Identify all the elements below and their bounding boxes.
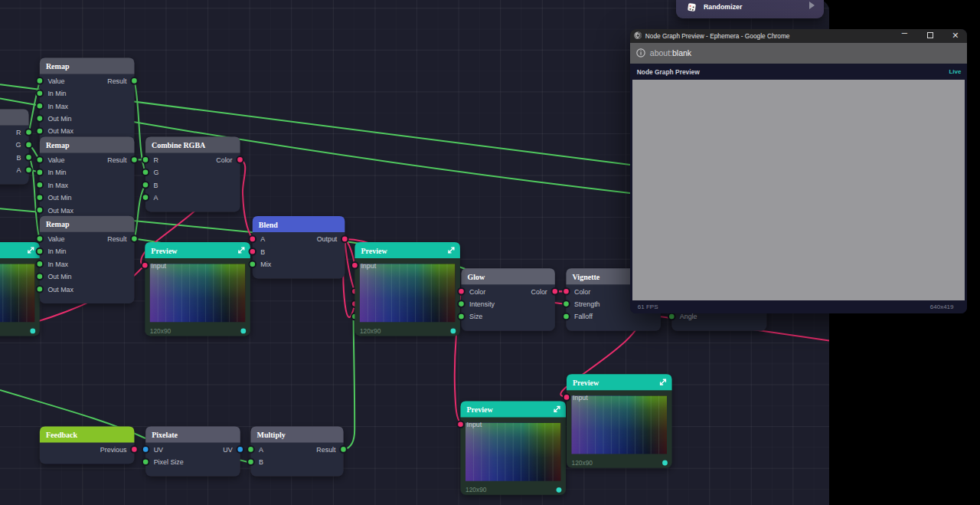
- svg-text:Value: Value: [47, 77, 64, 85]
- svg-text:In Min: In Min: [47, 90, 66, 97]
- svg-text:Value: Value: [47, 235, 64, 243]
- svg-text:Falloff: Falloff: [574, 313, 593, 320]
- svg-text:Size: Size: [469, 313, 482, 320]
- svg-text:Feedback: Feedback: [46, 431, 78, 439]
- svg-text:B: B: [17, 154, 21, 162]
- svg-text:Vignette: Vignette: [573, 273, 600, 281]
- svg-text:Result: Result: [107, 156, 127, 164]
- svg-text:120x90: 120x90: [466, 486, 487, 494]
- svg-text:A: A: [259, 446, 263, 454]
- svg-text:Out Min: Out Min: [47, 115, 71, 123]
- svg-text:Result: Result: [316, 446, 336, 454]
- svg-text:R: R: [16, 129, 21, 136]
- svg-text:Preview: Preview: [151, 247, 178, 255]
- svg-text:Input: Input: [573, 394, 588, 402]
- svg-text:UV: UV: [223, 446, 232, 454]
- svg-text:Output: Output: [317, 235, 338, 243]
- svg-text:R: R: [154, 156, 158, 164]
- svg-text:Input: Input: [467, 421, 482, 428]
- svg-text:In Min: In Min: [47, 169, 66, 176]
- svg-text:Input: Input: [151, 262, 166, 270]
- svg-text:Result: Result: [107, 77, 127, 85]
- svg-text:B: B: [154, 182, 158, 189]
- svg-text:B: B: [260, 248, 265, 256]
- svg-text:Result: Result: [107, 235, 127, 243]
- svg-text:A: A: [260, 235, 265, 243]
- svg-text:G: G: [154, 169, 159, 176]
- svg-text:Preview: Preview: [467, 405, 494, 414]
- svg-text:Mix: Mix: [260, 261, 271, 268]
- svg-text:Value: Value: [47, 156, 64, 164]
- svg-text:Out Max: Out Max: [47, 286, 74, 293]
- svg-text:Preview: Preview: [361, 247, 387, 255]
- svg-text:Color: Color: [469, 288, 485, 296]
- svg-text:120x90: 120x90: [150, 327, 172, 335]
- svg-text:Blend: Blend: [259, 221, 278, 229]
- svg-text:Intensity: Intensity: [469, 300, 495, 308]
- svg-text:Glow: Glow: [468, 273, 486, 281]
- svg-text:Out Max: Out Max: [47, 207, 74, 215]
- svg-text:Multiply: Multiply: [257, 431, 286, 439]
- svg-text:In Max: In Max: [47, 182, 68, 189]
- svg-text:Color: Color: [216, 156, 232, 164]
- svg-text:Remap: Remap: [46, 220, 70, 228]
- svg-text:Color: Color: [574, 288, 590, 296]
- svg-text:Preview: Preview: [573, 379, 599, 387]
- svg-text:Input: Input: [361, 262, 376, 270]
- svg-text:Combine RGBA: Combine RGBA: [152, 141, 206, 149]
- svg-text:Pixelate: Pixelate: [152, 431, 178, 439]
- svg-text:Out Max: Out Max: [47, 127, 74, 135]
- svg-text:In Max: In Max: [47, 103, 68, 110]
- svg-text:In Min: In Min: [47, 248, 66, 255]
- svg-text:In Max: In Max: [47, 261, 68, 268]
- svg-text:Pixel Size: Pixel Size: [154, 458, 184, 466]
- svg-text:UV: UV: [154, 446, 163, 454]
- svg-text:Previous: Previous: [100, 446, 127, 454]
- svg-text:Angle: Angle: [680, 313, 697, 320]
- svg-text:Remap: Remap: [46, 141, 70, 149]
- svg-text:Out Min: Out Min: [47, 273, 71, 280]
- svg-text:Out Min: Out Min: [47, 194, 71, 202]
- svg-text:Strength: Strength: [574, 300, 600, 308]
- svg-text:G: G: [16, 141, 21, 149]
- svg-text:120x90: 120x90: [572, 459, 593, 467]
- svg-text:120x90: 120x90: [360, 327, 381, 335]
- svg-text:A: A: [17, 166, 21, 174]
- svg-text:B: B: [259, 458, 263, 466]
- svg-text:Remap: Remap: [46, 62, 70, 71]
- svg-text:Color: Color: [531, 288, 547, 296]
- svg-text:A: A: [154, 194, 158, 202]
